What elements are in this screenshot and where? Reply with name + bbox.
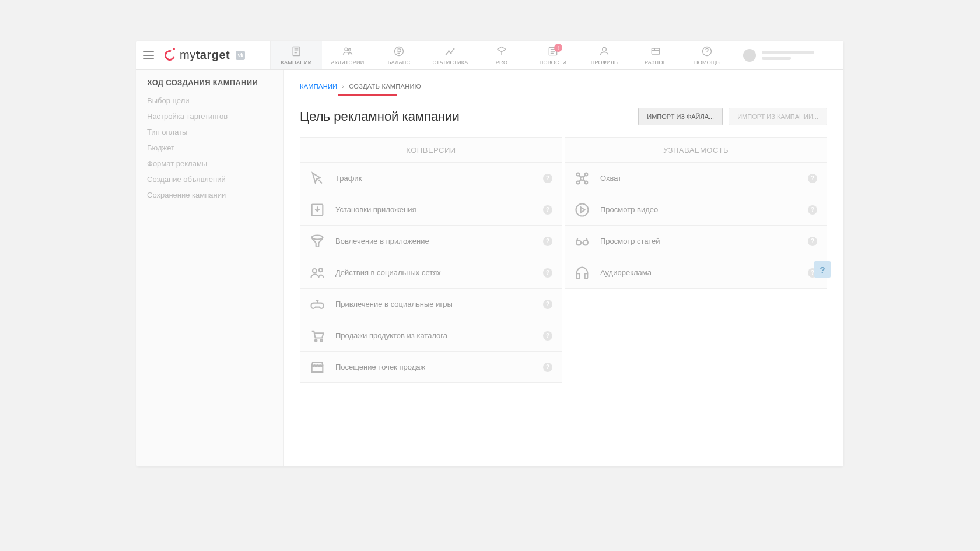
vk-badge: vk <box>236 51 245 60</box>
svg-point-2 <box>348 48 351 51</box>
gamepad-icon <box>309 296 326 313</box>
social-icon <box>309 264 326 282</box>
floating-help-button[interactable]: ? <box>814 261 831 278</box>
goal-social-actions[interactable]: Действия в социальных сетях ? <box>300 257 562 289</box>
goal-label: Аудиореклама <box>600 268 799 277</box>
sidebar-step[interactable]: Создание объявлений <box>147 174 272 185</box>
stats-icon <box>443 45 457 57</box>
import-from-file-button[interactable]: ИМПОРТ ИЗ ФАЙЛА... <box>638 108 723 125</box>
sidebar: ХОД СОЗДАНИЯ КАМПАНИИ Выбор цели Настрой… <box>136 70 284 466</box>
goal-article-views[interactable]: Просмотр статей ? <box>565 226 827 257</box>
goal-audio-ads[interactable]: Аудиореклама ? <box>565 257 827 289</box>
hint-icon[interactable]: ? <box>543 300 552 309</box>
topnav: КАМПАНИИ АУДИТОРИИ БАЛАНС СТАТИСТИКА PRO… <box>271 41 733 69</box>
svg-point-15 <box>319 268 323 272</box>
logo-text-2: target <box>196 48 230 62</box>
page-title: Цель рекламной кампании <box>300 109 460 124</box>
hint-icon[interactable]: ? <box>543 205 552 215</box>
sidebar-title: ХОД СОЗДАНИЯ КАМПАНИИ <box>147 78 272 87</box>
goal-col-awareness: УЗНАВАЕМОСТЬ Охват ? Просмотр видео <box>565 137 827 383</box>
hint-icon[interactable]: ? <box>543 363 552 372</box>
topnav-pro[interactable]: PRO <box>476 41 527 69</box>
store-icon <box>309 359 326 376</box>
svg-rect-10 <box>652 48 659 54</box>
sidebar-step[interactable]: Тип оплаты <box>147 127 272 138</box>
logo[interactable]: mytarget <box>163 48 230 62</box>
hint-icon[interactable]: ? <box>543 331 552 341</box>
breadcrumb: КАМПАНИИ › СОЗДАТЬ КАМПАНИЮ <box>300 83 827 90</box>
user-area[interactable] <box>733 41 844 69</box>
goal-social-games[interactable]: Привлечение в социальные игры ? <box>300 289 562 320</box>
help-icon <box>700 45 714 57</box>
goal-catalog-sales[interactable]: Продажи продуктов из каталога ? <box>300 320 562 352</box>
goal-label: Просмотр видео <box>600 205 799 214</box>
svg-point-17 <box>320 339 323 342</box>
hint-icon[interactable]: ? <box>808 174 817 183</box>
topnav-campaigns[interactable]: КАМПАНИИ <box>271 41 322 69</box>
sidebar-step[interactable]: Сохранение кампании <box>147 189 272 201</box>
topbar: mytarget vk КАМПАНИИ АУДИТОРИИ БАЛАНС СТ… <box>136 41 844 70</box>
goal-label: Продажи продуктов из каталога <box>335 331 534 340</box>
goal-app-engagement[interactable]: Вовлечение в приложение ? <box>300 226 562 257</box>
goal-label: Просмотр статей <box>600 237 799 245</box>
body: ХОД СОЗДАНИЯ КАМПАНИИ Выбор цели Настрой… <box>136 70 844 466</box>
svg-point-3 <box>395 47 404 55</box>
news-badge: ! <box>554 44 562 52</box>
hint-icon[interactable]: ? <box>543 268 552 278</box>
import-from-campaign-button[interactable]: ИМПОРТ ИЗ КАМПАНИИ... <box>729 108 827 125</box>
hint-icon[interactable]: ? <box>808 237 817 246</box>
cart-icon <box>309 327 326 345</box>
hint-icon[interactable]: ? <box>808 205 817 215</box>
sidebar-step[interactable]: Выбор цели <box>147 95 272 106</box>
goal-col-conversions: КОНВЕРСИИ Трафик ? Установки приложения <box>300 137 562 383</box>
breadcrumb-root[interactable]: КАМПАНИИ <box>300 83 337 90</box>
goal-store-visits[interactable]: Посещение точек продаж ? <box>300 352 562 383</box>
topnav-label: СТАТИСТИКА <box>432 59 468 65</box>
svg-point-1 <box>345 48 348 51</box>
sidebar-steps: Выбор цели Настройка таргетингов Тип опл… <box>147 95 272 201</box>
topnav-label: PRO <box>496 59 508 65</box>
sidebar-step[interactable]: Бюджет <box>147 142 272 153</box>
topnav-label: НОВОСТИ <box>540 59 566 65</box>
goal-label: Охват <box>600 174 799 183</box>
svg-point-4 <box>446 54 447 55</box>
svg-point-23 <box>576 203 589 216</box>
logo-text-1: my <box>180 48 196 62</box>
topnav-misc[interactable]: РАЗНОЕ <box>630 41 681 69</box>
goal-reach[interactable]: Охват ? <box>565 163 827 194</box>
reach-icon <box>573 170 591 187</box>
topnav-label: БАЛАНС <box>388 59 411 65</box>
goal-label: Трафик <box>335 174 534 183</box>
breadcrumb-separator: › <box>342 83 344 90</box>
goal-col-header: КОНВЕРСИИ <box>300 137 562 163</box>
topnav-news[interactable]: ! НОВОСТИ <box>527 41 579 69</box>
app-window: mytarget vk КАМПАНИИ АУДИТОРИИ БАЛАНС СТ… <box>136 41 844 466</box>
topnav-help[interactable]: ПОМОЩЬ <box>681 41 733 69</box>
audiences-icon <box>341 45 355 57</box>
main: КАМПАНИИ › СОЗДАТЬ КАМПАНИЮ Цель рекламн… <box>284 70 844 466</box>
profile-icon <box>597 45 611 57</box>
balance-icon <box>392 45 406 57</box>
sidebar-step[interactable]: Формат рекламы <box>147 158 272 169</box>
hamburger-menu-icon[interactable] <box>144 51 154 59</box>
topnav-stats[interactable]: СТАТИСТИКА <box>425 41 476 69</box>
svg-point-18 <box>577 173 580 176</box>
topnav-profile[interactable]: ПРОФИЛЬ <box>579 41 630 69</box>
title-buttons: ИМПОРТ ИЗ ФАЙЛА... ИМПОРТ ИЗ КАМПАНИИ... <box>638 108 827 125</box>
goal-traffic[interactable]: Трафик ? <box>300 163 562 194</box>
goal-app-installs[interactable]: Установки приложения ? <box>300 194 562 226</box>
goal-label: Посещение точек продаж <box>335 363 534 371</box>
breadcrumb-underline <box>300 94 827 96</box>
cursor-click-icon <box>309 170 326 187</box>
hint-icon[interactable]: ? <box>543 174 552 183</box>
topnav-audiences[interactable]: АУДИТОРИИ <box>322 41 373 69</box>
topbar-left: mytarget vk <box>136 41 271 69</box>
hint-icon[interactable]: ? <box>543 237 552 246</box>
goal-col-header: УЗНАВАЕМОСТЬ <box>565 137 827 163</box>
goal-video-views[interactable]: Просмотр видео ? <box>565 194 827 226</box>
svg-point-16 <box>315 339 317 342</box>
svg-rect-26 <box>577 273 580 278</box>
goal-label: Действия в социальных сетях <box>335 268 534 277</box>
sidebar-step[interactable]: Настройка таргетингов <box>147 111 272 122</box>
topnav-balance[interactable]: БАЛАНС <box>373 41 425 69</box>
